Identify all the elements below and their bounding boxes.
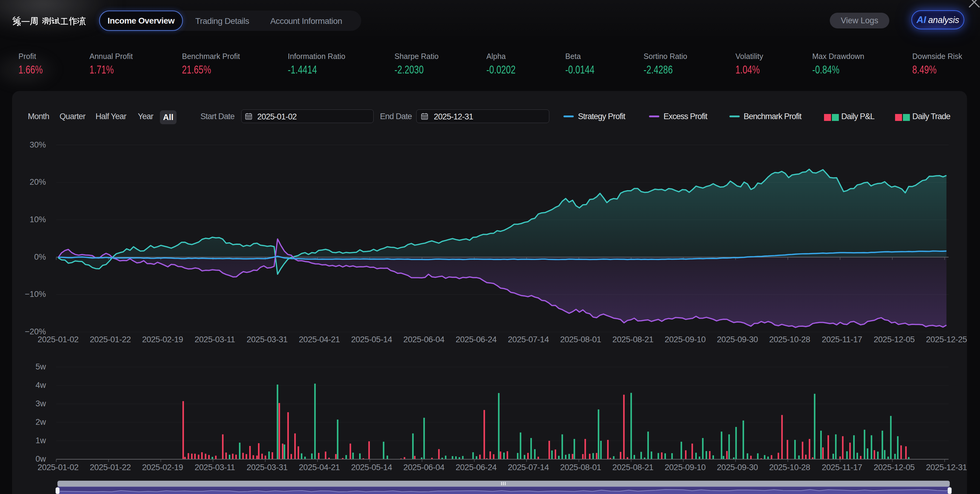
svg-text:2025-12-05: 2025-12-05 — [873, 335, 915, 344]
svg-text:0w: 0w — [35, 454, 46, 464]
svg-text:2025-10-28: 2025-10-28 — [769, 335, 810, 344]
svg-text:2025-12-31: 2025-12-31 — [926, 462, 967, 472]
svg-text:2025-06-04: 2025-06-04 — [403, 462, 444, 472]
svg-text:20%: 20% — [30, 177, 46, 186]
svg-text:2025-04-21: 2025-04-21 — [299, 462, 340, 472]
svg-text:2025-02-19: 2025-02-19 — [142, 462, 183, 472]
svg-text:2025-08-21: 2025-08-21 — [612, 335, 654, 344]
svg-text:2w: 2w — [35, 418, 46, 427]
svg-text:2025-03-31: 2025-03-31 — [247, 462, 288, 472]
svg-text:2025-12-25: 2025-12-25 — [926, 335, 967, 344]
svg-text:2025-01-22: 2025-01-22 — [90, 462, 131, 472]
svg-text:0%: 0% — [34, 252, 46, 261]
svg-text:2025-04-21: 2025-04-21 — [299, 335, 340, 344]
svg-text:2025-07-14: 2025-07-14 — [508, 462, 549, 472]
svg-text:2025-08-21: 2025-08-21 — [612, 462, 654, 472]
svg-text:2025-06-24: 2025-06-24 — [455, 335, 496, 344]
svg-text:2025-05-14: 2025-05-14 — [351, 335, 392, 344]
svg-text:2025-10-28: 2025-10-28 — [769, 462, 810, 472]
svg-text:5w: 5w — [35, 362, 46, 371]
svg-text:2025-01-02: 2025-01-02 — [38, 335, 79, 344]
svg-text:2025-12-05: 2025-12-05 — [873, 462, 915, 472]
svg-text:2025-05-14: 2025-05-14 — [351, 462, 392, 472]
svg-text:30%: 30% — [30, 140, 46, 149]
svg-text:2025-06-24: 2025-06-24 — [455, 462, 496, 472]
svg-text:4w: 4w — [35, 381, 46, 390]
svg-text:2025-03-11: 2025-03-11 — [195, 462, 235, 472]
svg-text:2025-07-14: 2025-07-14 — [508, 335, 549, 344]
svg-text:2025-09-10: 2025-09-10 — [665, 335, 706, 344]
svg-text:2025-01-02: 2025-01-02 — [38, 462, 79, 472]
svg-text:2025-06-04: 2025-06-04 — [403, 335, 444, 344]
svg-text:2025-03-11: 2025-03-11 — [195, 335, 235, 344]
svg-text:2025-09-30: 2025-09-30 — [717, 335, 758, 344]
svg-text:3w: 3w — [35, 399, 46, 408]
svg-text:10%: 10% — [30, 215, 46, 224]
svg-text:2025-09-10: 2025-09-10 — [665, 462, 706, 472]
svg-text:2025-03-31: 2025-03-31 — [247, 335, 288, 344]
svg-text:2025-11-17: 2025-11-17 — [822, 335, 862, 344]
svg-text:2025-08-01: 2025-08-01 — [560, 462, 601, 472]
svg-text:2025-09-30: 2025-09-30 — [717, 462, 758, 472]
svg-text:2025-11-17: 2025-11-17 — [822, 462, 862, 472]
svg-text:1w: 1w — [35, 436, 46, 445]
svg-text:2025-02-19: 2025-02-19 — [142, 335, 183, 344]
svg-text:2025-08-01: 2025-08-01 — [560, 335, 601, 344]
svg-text:−10%: −10% — [25, 290, 46, 299]
svg-text:2025-01-22: 2025-01-22 — [90, 335, 131, 344]
